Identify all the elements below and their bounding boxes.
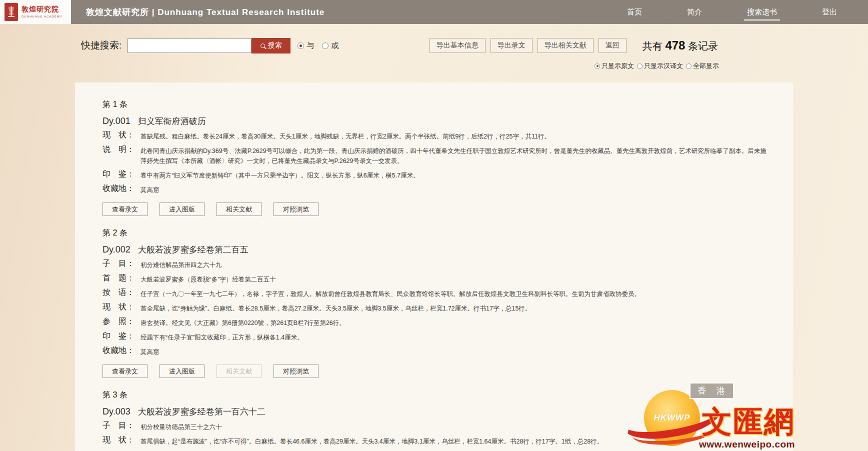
field-label: 现 状： xyxy=(102,302,140,314)
record-3: 第 3 条 Dy.003 大般若波罗蜜多经卷第一百六十二 子 目：初分校量功德品… xyxy=(102,390,773,446)
field-label: 子 目： xyxy=(102,258,140,270)
back-button[interactable]: 返回 xyxy=(598,38,626,53)
record-index: 第 1 条 xyxy=(102,100,773,110)
enter-plates-button[interactable]: 进入图版 xyxy=(160,202,204,216)
enter-plates-button[interactable]: 进入图版 xyxy=(160,364,204,378)
related-docs-button: 相关文献 xyxy=(216,364,262,378)
search-logic-group: 与 或 xyxy=(298,41,338,50)
show-all-radio[interactable]: 全部显示 xyxy=(686,62,719,70)
display-options: 只显示原文 只显示汉译文 全部显示 xyxy=(0,62,719,70)
academy-logo[interactable]: 敦煌研究院 DUNHUANG ACADEMY xyxy=(0,0,71,24)
record-id: Dy.003 xyxy=(102,406,130,417)
field-label: 印 鉴： xyxy=(102,331,140,342)
field-value: 唐玄奘译。经文见《大正藏》第6册第0220號，第261页B栏7行至第26行。 xyxy=(140,316,346,328)
top-header: 敦煌研究院 DUNHUANG ACADEMY 敦煌文献研究所 | Dunhuan… xyxy=(0,0,868,24)
field-label: 现 状： xyxy=(102,435,140,446)
show-translation-radio-icon[interactable] xyxy=(637,64,642,69)
field-label: 说 明： xyxy=(102,144,140,166)
record-1: 第 1 条 Dy.001 归义军衙府酒破历 现 状：首缺尾残。粗白麻纸。卷长24… xyxy=(102,100,773,216)
academy-name-en: DUNHUANG ACADEMY xyxy=(22,15,62,18)
record-count: 共有 478 条记录 xyxy=(642,38,718,53)
record-title: 大般若波罗蜜多经卷第一百六十二 xyxy=(138,406,266,418)
academy-name-cn: 敦煌研究院 xyxy=(22,6,62,13)
field-label: 子 目： xyxy=(102,420,140,432)
view-transcript-button[interactable]: 查看录文 xyxy=(102,364,148,378)
field-value: 初分校量功德品第三十之六十 xyxy=(140,420,222,432)
field-value: 卷中有两方“归义军节度使新铸印”（其中一方只乘半边字）。阳文，纵长方形，纵6厘米… xyxy=(140,169,420,180)
related-docs-button[interactable]: 相关文献 xyxy=(216,202,262,216)
field-value: 首缺尾残。粗白麻纸。卷长24厘米，卷高30厘米。天头1厘米，地脚残缺，无界栏，行… xyxy=(140,130,550,142)
search-icon xyxy=(260,44,265,48)
export-group: 导出基本信息 导出录文 导出相关文献 返回 共有 478 条记录 xyxy=(430,38,718,53)
field-label: 现 状： xyxy=(102,130,140,142)
record-id: Dy.002 xyxy=(102,244,130,255)
field-label: 收藏地： xyxy=(102,184,140,195)
nav-intro[interactable]: 简介 xyxy=(680,0,709,24)
and-radio-icon[interactable] xyxy=(298,42,304,49)
nav-home[interactable]: 首页 xyxy=(620,0,649,24)
record-index: 第 3 条 xyxy=(102,390,773,400)
pagoda-seal-icon xyxy=(4,3,18,21)
field-value: 任子宜（一九〇一年至一九七二年），名禄，字子宜，敦煌人。解放前曾任敦煌县教育局长… xyxy=(140,288,640,299)
field-value: 首尾俱缺，起“是布施波”，讫“亦不可得”。白麻纸。卷长46.6厘米，卷高29厘米… xyxy=(140,435,603,446)
or-radio[interactable]: 或 xyxy=(322,41,338,50)
record-title: 归义军衙府酒破历 xyxy=(138,116,206,127)
field-value: 大般若波罗蜜多（原卷脱“多”字）经卷第二百五十 xyxy=(140,273,276,284)
or-radio-icon[interactable] xyxy=(322,42,328,49)
compare-view-button[interactable]: 对照浏览 xyxy=(274,202,318,216)
field-label: 收藏地： xyxy=(102,346,140,357)
show-original-radio-icon[interactable] xyxy=(594,64,600,69)
field-value: 初分难信解品第卅四之六十九 xyxy=(140,258,222,270)
field-label: 印 鉴： xyxy=(102,169,140,180)
record-title: 大般若波罗蜜多经卷第二百五 xyxy=(138,244,248,256)
field-label: 参 照： xyxy=(102,316,140,328)
view-transcript-button[interactable]: 查看录文 xyxy=(102,202,148,216)
field-value: 莫高窟 xyxy=(140,346,160,357)
field-label: 按 语： xyxy=(102,288,140,299)
field-label: 首 题： xyxy=(102,273,140,284)
field-value: 首全尾缺，讫“身触为缘”。白麻纸。卷长28.5厘米，卷高27.2厘米。天头3.5… xyxy=(140,302,531,314)
nav-search-manuscripts[interactable]: 搜索遗书 xyxy=(740,0,784,24)
export-transcript-button[interactable]: 导出录文 xyxy=(490,38,532,53)
page-title: 敦煌文献研究所 | Dunhuang Textual Research Inst… xyxy=(86,6,324,18)
search-toolbar: 快捷搜索: 搜索 与 或 导出基本信息 导出录文 导出相关文献 返回 共有 47… xyxy=(81,38,718,54)
search-button[interactable]: 搜索 xyxy=(252,38,290,54)
nav-logout[interactable]: 登出 xyxy=(815,0,844,24)
show-original-radio[interactable]: 只显示原文 xyxy=(594,62,634,70)
quick-search-label: 快捷搜索: xyxy=(81,39,122,52)
record-count-value: 478 xyxy=(665,38,685,52)
export-basic-info-button[interactable]: 导出基本信息 xyxy=(430,38,486,53)
results-panel: 第 1 条 Dy.001 归义军衙府酒破历 现 状：首缺尾残。粗白麻纸。卷长24… xyxy=(75,82,793,451)
field-value: 莫高窟 xyxy=(140,184,160,195)
record-id: Dy.001 xyxy=(102,116,130,126)
main-nav: 首页 简介 搜索遗书 登出 xyxy=(589,0,844,24)
compare-view-button[interactable]: 对照浏览 xyxy=(274,364,318,378)
field-value: 经题下有“任录子宜”阳文收藏印，正方形，纵横各1.4厘米。 xyxy=(140,331,304,342)
show-all-radio-icon[interactable] xyxy=(686,64,692,69)
record-index: 第 2 条 xyxy=(102,228,773,238)
field-value: 此卷同青山庆示捐献的Dy.369号、法藏P.2629号可以缀合，此为第一段。青山… xyxy=(140,144,766,166)
search-input[interactable] xyxy=(128,38,252,53)
record-2: 第 2 条 Dy.002 大般若波罗蜜多经卷第二百五 子 目：初分难信解品第卅四… xyxy=(102,228,773,378)
and-radio[interactable]: 与 xyxy=(298,41,314,50)
export-related-docs-button[interactable]: 导出相关文献 xyxy=(538,38,594,53)
show-translation-radio[interactable]: 只显示汉译文 xyxy=(637,62,683,70)
